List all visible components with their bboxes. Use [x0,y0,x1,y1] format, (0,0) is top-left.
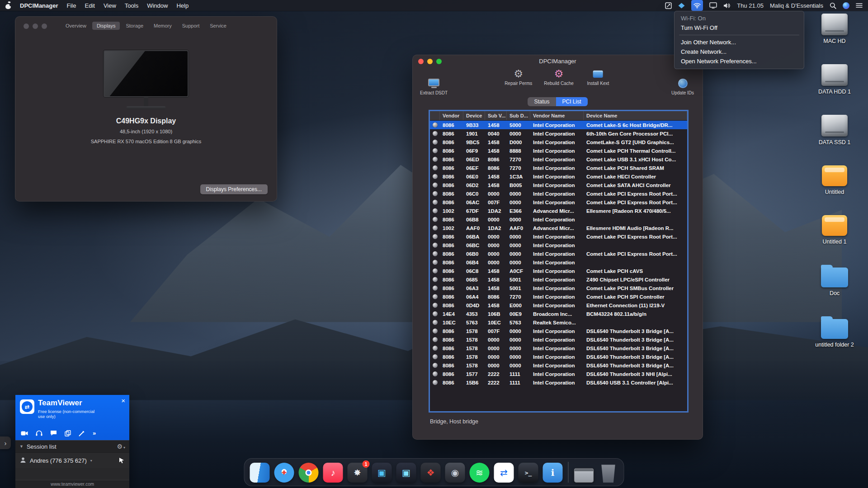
siri-icon[interactable] [843,0,849,11]
table-row[interactable]: 808606E014581C3AIntel CorporationComet L… [430,172,687,181]
table-row[interactable]: 808606EF80867270Intel CorporationComet L… [430,164,687,172]
dock-spotify[interactable]: ≋ [470,463,490,483]
dock-finder[interactable] [250,463,270,483]
tab-pci-list[interactable]: PCI List [556,97,588,106]
chevron-down-icon[interactable]: ▾ [90,459,92,463]
toolbar-extract-dsdt[interactable]: Extract DSDT [420,68,448,95]
teamviewer-footer-link[interactable]: www.teamviewer.com [15,480,129,488]
desktop-icon-mac-hd[interactable]: MAC HD [805,14,864,44]
tab-status[interactable]: Status [528,97,556,106]
table-row[interactable]: 808615B622221111Intel CorporationDSL6540… [430,378,687,387]
column-header-sub-v[interactable]: Sub V... [485,111,507,120]
table-row[interactable]: 8086157800000000Intel CorporationDSL6540… [430,352,687,361]
table-row[interactable]: 80869BC51458D000Intel CorporationCometLa… [430,138,687,146]
menu-file[interactable]: File [67,2,76,9]
dock-blue-utility[interactable]: ℹ [543,463,563,483]
table-row[interactable]: 808606C81458A0CFIntel CorporationComet L… [430,267,687,275]
table-row[interactable]: 808606BA00000000Intel CorporationComet L… [430,232,687,241]
table-row[interactable]: 8086157800000000Intel CorporationDSL6540… [430,361,687,370]
table-row[interactable]: 8086157722221111Intel CorporationDSL6540… [430,370,687,378]
tab-service[interactable]: Service [205,22,231,30]
dock-benchmark-2[interactable]: ▣ [396,463,416,483]
volume-icon[interactable] [723,0,731,11]
desktop-icon-doc[interactable]: Doc [805,265,864,296]
wifi-icon[interactable] [691,0,703,11]
menu-window[interactable]: Window [147,2,168,9]
minimize-button[interactable] [427,59,433,64]
dock-red-utility[interactable]: ❖ [421,463,441,483]
table-row[interactable]: 808606B800000000Intel Corporation [430,215,687,224]
table-row[interactable]: 808606B400000000Intel Corporation [430,258,687,267]
session-list-row[interactable]: ▼ Session list ⚙▾ [15,440,129,452]
display-menu-icon[interactable] [709,0,717,11]
desktop-icon-untitled-1[interactable]: Untitled 1 [805,215,864,245]
column-header-vendor[interactable]: Vendor [440,111,463,120]
table-row[interactable]: 14E44353106B00E9Broadcom Inc...BCM43224 … [430,310,687,318]
tab-storage[interactable]: Storage [121,22,148,30]
menu-view[interactable]: View [104,2,116,9]
wifi-menu-item-join-other-network[interactable]: Join Other Network... [675,38,804,47]
menu-tools[interactable]: Tools [125,2,138,9]
dock-minimized-window[interactable] [574,463,594,483]
table-row[interactable]: 808606F914588888Intel CorporationComet L… [430,146,687,155]
toolbar-install-kext[interactable]: Install Kext [585,68,611,86]
panel-collapse-handle[interactable]: › [0,436,11,449]
gear-icon[interactable]: ⚙▾ [117,443,125,450]
dock-trash[interactable] [599,463,618,483]
toolbar-rebuild-cache[interactable]: ⚙Rebuild Cache [544,68,574,86]
wifi-menu-item-open-network-preferences[interactable]: Open Network Preferences... [675,56,804,66]
table-row[interactable]: 808606AC007F0000Intel CorporationComet L… [430,198,687,206]
displays-preferences-button[interactable]: Displays Preferences... [200,184,268,194]
column-header-device-name[interactable]: Device Name [584,111,687,120]
desktop-icon-data-hdd-1[interactable]: DATA HDD 1 [805,64,864,95]
dock-dark-utility[interactable]: ◉ [445,463,465,483]
turn-wifi-off-item[interactable]: Turn Wi-Fi Off [675,23,804,33]
toolbar-repair-perms[interactable]: ⚙Repair Perms [505,68,532,86]
column-header-vendor-name[interactable]: Vendor Name [530,111,584,120]
apple-menu-icon[interactable] [5,2,11,9]
close-button[interactable] [418,59,424,64]
table-row[interactable]: 808606A480867270Intel CorporationComet L… [430,292,687,301]
airplay-icon[interactable] [678,0,685,11]
menu-help[interactable]: Help [176,2,189,9]
notification-center-icon[interactable] [856,0,863,11]
table-row[interactable]: 8086157800000000Intel CorporationDSL6540… [430,335,687,344]
dock-safari[interactable]: ✦ [274,463,294,483]
desktop-icon-data-ssd-1[interactable]: DATA SSD 1 [805,115,864,145]
dock-chrome[interactable] [299,463,319,483]
table-row[interactable]: 808606C000000000Intel CorporationComet L… [430,189,687,198]
menu-edit[interactable]: Edit [85,2,94,9]
table-row[interactable]: 808606ED80867270Intel CorporationComet L… [430,155,687,164]
table-row[interactable]: 808606B000000000Intel CorporationComet L… [430,249,687,258]
dock-music[interactable]: ♪ [323,463,343,483]
markup-icon[interactable] [665,0,672,11]
zoom-button[interactable] [436,59,442,64]
video-icon[interactable] [21,431,28,436]
dock-photos[interactable]: ✸1 [348,463,368,483]
menu-user-name[interactable]: Maliq & D'Essentials [770,2,823,9]
tab-displays[interactable]: Displays [92,22,120,30]
session-user-row[interactable]: Andres (776 375 627) ▾ [15,452,129,468]
table-row[interactable]: 808606A314585001Intel CorporationComet L… [430,284,687,292]
table-row[interactable]: 1002AAF01DA2AAF0Advanced Micr...Ellesmer… [430,224,687,232]
column-header-device[interactable]: Device [463,111,485,120]
tab-memory[interactable]: Memory [149,22,176,30]
connect-cursor-icon[interactable] [118,457,125,464]
table-row[interactable]: 808606D21458B005Intel CorporationComet L… [430,181,687,189]
table-row[interactable]: 80860D4D1458E000Intel CorporationEtherne… [430,301,687,310]
search-icon[interactable] [830,0,836,11]
wifi-menu-item-create-network[interactable]: Create Network... [675,47,804,56]
disclosure-triangle-icon[interactable]: ▼ [19,444,24,449]
toolbar-update-ids[interactable]: Update IDs [670,68,695,95]
headset-icon[interactable] [36,430,42,436]
clipboard-icon[interactable] [65,430,71,436]
dock-terminal[interactable]: >_ [519,463,538,483]
brush-icon[interactable] [79,430,85,436]
chat-icon[interactable] [50,430,57,436]
table-row[interactable]: 10EC576310EC5763Realtek Semico... [430,318,687,327]
table-row[interactable]: 80861578007F0000Intel CorporationDSL6540… [430,327,687,335]
table-row[interactable]: 100267DF1DA2E366Advanced Micr...Ellesmer… [430,206,687,215]
tab-overview[interactable]: Overview [61,22,91,30]
tab-support[interactable]: Support [178,22,204,30]
menu-app-name[interactable]: DPCIManager [20,2,58,9]
